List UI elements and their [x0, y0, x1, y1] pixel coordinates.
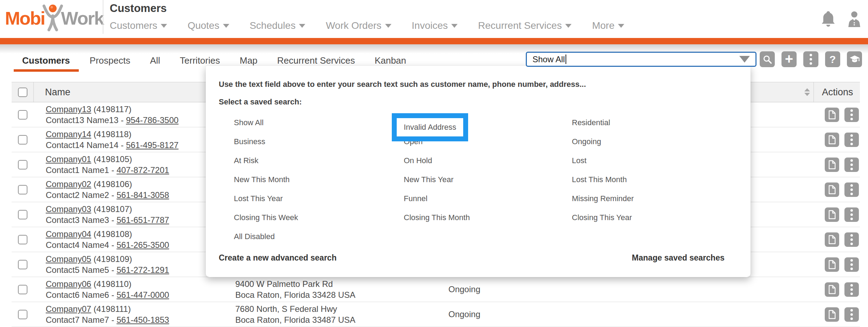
- tab-prospects[interactable]: Prospects: [90, 55, 130, 66]
- company-link[interactable]: Company02: [46, 179, 91, 189]
- highlighted-saved-search[interactable]: Invalid Address: [392, 113, 468, 141]
- chevron-down-icon: [565, 24, 572, 28]
- saved-search-closing-this-week[interactable]: Closing This Week: [234, 208, 404, 227]
- saved-search-lost[interactable]: Lost: [572, 151, 740, 170]
- search-icon[interactable]: [760, 51, 775, 67]
- select-all-checkbox[interactable]: [18, 88, 27, 97]
- saved-search-missing-reminder[interactable]: Missing Reminder: [572, 189, 740, 208]
- tab-customers[interactable]: Customers: [22, 55, 70, 66]
- row-checkbox[interactable]: [18, 285, 27, 294]
- row-menu-icon[interactable]: [844, 282, 859, 297]
- nav-item-quotes[interactable]: Quotes: [187, 20, 229, 31]
- combobox-dropdown-arrow-icon[interactable]: [739, 56, 750, 63]
- row-checkbox[interactable]: [18, 160, 27, 169]
- row-checkbox[interactable]: [18, 235, 27, 244]
- manage-saved-searches-link[interactable]: Manage saved searches: [632, 253, 725, 263]
- saved-search-closing-this-year[interactable]: Closing This Year: [572, 208, 740, 227]
- document-icon[interactable]: [825, 158, 839, 172]
- tab-kanban[interactable]: Kanban: [375, 55, 406, 66]
- tab-territories[interactable]: Territories: [180, 55, 220, 66]
- saved-search-lost-this-year[interactable]: Lost This Year: [234, 189, 404, 208]
- saved-search-invalid-address[interactable]: Invalid Address: [404, 113, 572, 132]
- row-menu-icon[interactable]: [844, 257, 859, 272]
- nav-item-schedules[interactable]: Schedules: [250, 20, 306, 31]
- row-menu-icon[interactable]: [844, 108, 859, 122]
- document-icon[interactable]: [825, 257, 839, 272]
- contact-name: Contact13 Name13 -: [46, 115, 126, 125]
- saved-search-combobox[interactable]: Show All: [526, 52, 757, 67]
- document-icon[interactable]: [825, 133, 839, 147]
- document-icon[interactable]: [825, 207, 839, 222]
- saved-search-lost-this-month[interactable]: Lost This Month: [572, 170, 740, 189]
- phone-link[interactable]: 561-495-8127: [126, 140, 178, 150]
- saved-search-show-all[interactable]: Show All: [234, 113, 404, 132]
- phone-link[interactable]: 954-786-3500: [126, 115, 178, 125]
- document-icon[interactable]: [825, 282, 839, 297]
- saved-search-funnel[interactable]: Funnel: [404, 189, 572, 208]
- row-menu-icon[interactable]: [844, 232, 859, 247]
- company-link[interactable]: Company06: [46, 279, 91, 289]
- phone-link[interactable]: 561-651-7787: [116, 215, 169, 225]
- saved-search-all-disabled[interactable]: All Disabled: [234, 227, 404, 246]
- phone-link[interactable]: 561-272-1291: [116, 265, 169, 275]
- nav-item-label: Work Orders: [326, 20, 381, 31]
- row-checkbox[interactable]: [18, 260, 27, 269]
- saved-search-ongoing[interactable]: Ongoing: [572, 132, 740, 151]
- more-options-icon[interactable]: [803, 51, 818, 67]
- row-checkbox[interactable]: [18, 135, 27, 145]
- company-link[interactable]: Company01: [46, 154, 91, 164]
- phone-link[interactable]: 561-450-1853: [116, 315, 169, 325]
- create-advanced-search-link[interactable]: Create a new advanced search: [219, 253, 337, 263]
- help-icon[interactable]: ?: [825, 51, 840, 67]
- tab-map[interactable]: Map: [240, 55, 257, 66]
- nav-item-work-orders[interactable]: Work Orders: [326, 20, 391, 31]
- row-menu-icon[interactable]: [844, 182, 859, 197]
- company-id: (4198117): [94, 104, 132, 114]
- add-icon[interactable]: +: [781, 51, 797, 67]
- saved-search-new-this-year[interactable]: New This Year: [404, 170, 572, 189]
- table-row: Company06 (4198110) Contact6 Name6 - 561…: [12, 277, 860, 302]
- document-icon[interactable]: [825, 307, 839, 322]
- learning-icon[interactable]: [847, 51, 862, 67]
- user-profile-icon[interactable]: [846, 10, 862, 31]
- saved-search-at-risk[interactable]: At Risk: [234, 151, 404, 170]
- company-link[interactable]: Company14: [46, 129, 91, 139]
- saved-search-closing-this-month[interactable]: Closing This Month: [404, 208, 572, 227]
- saved-search-residential[interactable]: Residential: [572, 113, 740, 132]
- tab-recurrent-services[interactable]: Recurrent Services: [277, 55, 355, 66]
- nav-item-customers[interactable]: Customers: [110, 20, 167, 31]
- document-icon[interactable]: [825, 182, 839, 197]
- row-checkbox[interactable]: [18, 185, 27, 194]
- phone-link[interactable]: 561-447-0000: [116, 290, 169, 300]
- row-menu-icon[interactable]: [844, 207, 859, 222]
- phone-link[interactable]: 561-265-3500: [116, 240, 169, 250]
- document-icon[interactable]: [825, 232, 839, 247]
- nav-item-recurrent-services[interactable]: Recurrent Services: [478, 20, 572, 31]
- chevron-down-icon: [161, 24, 167, 28]
- document-icon[interactable]: [825, 108, 839, 122]
- phone-link[interactable]: 561-841-3058: [116, 190, 169, 200]
- notification-bell-icon[interactable]: [820, 10, 836, 31]
- company-link[interactable]: Company03: [46, 204, 91, 214]
- row-menu-icon[interactable]: [844, 158, 859, 172]
- tab-all[interactable]: All: [150, 55, 160, 66]
- nav-item-more[interactable]: More: [592, 20, 624, 31]
- saved-search-new-this-month[interactable]: New This Month: [234, 170, 404, 189]
- company-link[interactable]: Company05: [46, 254, 91, 264]
- mobiwork-logo[interactable]: Mobi Work: [5, 2, 103, 34]
- chevron-down-icon: [451, 24, 458, 28]
- contact-name: Contact1 Name1 -: [46, 165, 116, 175]
- row-checkbox[interactable]: [18, 210, 27, 219]
- saved-search-on-hold[interactable]: On Hold: [404, 151, 572, 170]
- saved-search-business[interactable]: Business: [234, 132, 404, 151]
- company-link[interactable]: Company07: [46, 304, 91, 314]
- phone-link[interactable]: 407-872-7201: [116, 165, 169, 175]
- nav-item-invoices[interactable]: Invoices: [412, 20, 458, 31]
- company-link[interactable]: Company04: [46, 229, 91, 239]
- sort-icon[interactable]: [804, 88, 810, 96]
- row-checkbox[interactable]: [18, 110, 27, 120]
- row-menu-icon[interactable]: [844, 133, 859, 147]
- row-menu-icon[interactable]: [844, 307, 859, 322]
- company-link[interactable]: Company13: [46, 104, 91, 114]
- row-checkbox[interactable]: [18, 310, 27, 319]
